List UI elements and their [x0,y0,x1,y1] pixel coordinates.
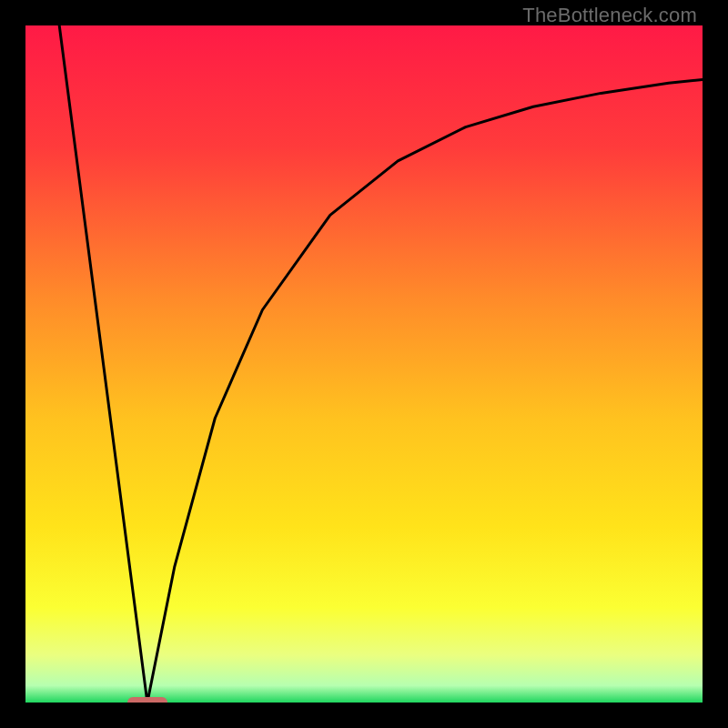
plot-area [25,25,703,703]
chart-frame: TheBottleneck.com [0,0,728,728]
optimal-marker [127,697,168,703]
watermark-text: TheBottleneck.com [522,4,697,27]
bottleneck-curve [25,25,703,703]
